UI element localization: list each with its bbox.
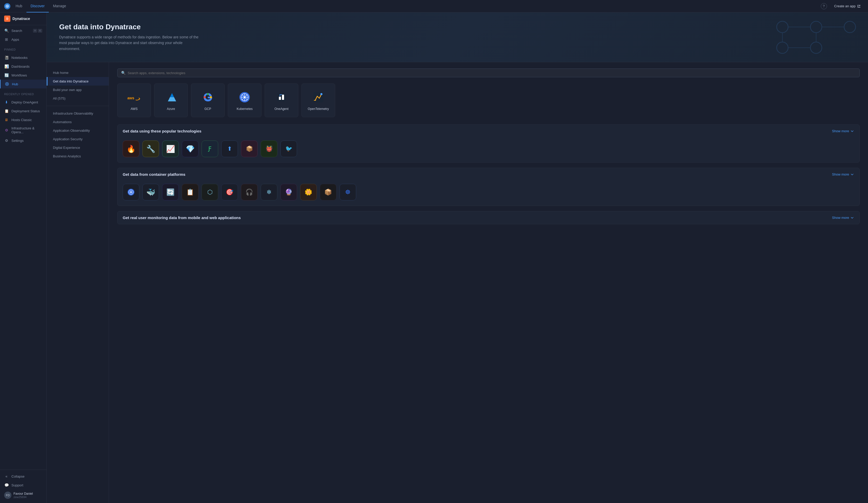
sidebar-item-deployment-status[interactable]: 📋 Deployment Status bbox=[0, 107, 46, 115]
sidebar-search[interactable]: 🔍 Search ⌘ K bbox=[0, 26, 46, 35]
chevron-down-icon-3 bbox=[850, 216, 854, 220]
container-platforms-header: Get data from container platforms Show m… bbox=[117, 168, 859, 181]
tech-icon-goblin[interactable]: 👹 bbox=[261, 140, 277, 157]
sidebar-item-deploy-oneagent[interactable]: ⬇ Deploy OneAgent bbox=[0, 98, 46, 107]
hero-title: Get data into Dynatrace bbox=[59, 23, 856, 31]
oneagent-label: OneAgent bbox=[275, 107, 288, 111]
popular-tech-header: Get data using these popular technologie… bbox=[117, 125, 859, 137]
pinned-section: 📓 Notebooks 📊 Dashboards 🔄 Workflows Hub bbox=[0, 52, 46, 90]
tech-tile-kubernetes[interactable]: Kubernetes bbox=[228, 83, 261, 117]
container-icon-k8s2[interactable]: ☸ bbox=[340, 184, 356, 200]
sidebar-item-workflows[interactable]: 🔄 Workflows bbox=[0, 71, 46, 80]
chevron-down-icon-2 bbox=[850, 172, 854, 177]
notebooks-icon: 📓 bbox=[4, 55, 9, 60]
hub-icon bbox=[5, 82, 9, 86]
svg-rect-22 bbox=[277, 93, 286, 101]
tech-tile-oneagent[interactable]: OneAgent bbox=[265, 83, 298, 117]
rum-title: Get real user monitoring data from mobil… bbox=[123, 216, 241, 220]
svg-point-8 bbox=[810, 42, 822, 53]
sidebar-item-notebooks[interactable]: 📓 Notebooks bbox=[0, 53, 46, 62]
tech-tiles-row: aws AWS bbox=[117, 83, 860, 117]
container-icon-target[interactable]: 🎯 bbox=[221, 184, 238, 200]
svg-point-13 bbox=[210, 96, 212, 98]
user-id: zew25694 bbox=[13, 495, 33, 499]
left-nav-biz-analytics[interactable]: Business Analytics bbox=[47, 152, 109, 160]
tech-tile-gcp[interactable]: GCP bbox=[191, 83, 225, 117]
search-shortcut-k: K bbox=[38, 29, 42, 33]
tech-tile-opentelemetry[interactable]: OpenTelemetry bbox=[301, 83, 335, 117]
kubernetes-icon bbox=[237, 90, 252, 104]
tab-manage[interactable]: Manage bbox=[49, 0, 70, 12]
container-icon-headphone[interactable]: 🎧 bbox=[241, 184, 258, 200]
left-nav-app-security[interactable]: Application Security bbox=[47, 135, 109, 143]
left-nav-build-own[interactable]: Build your own app bbox=[47, 86, 109, 94]
support-icon: 💬 bbox=[4, 483, 9, 488]
deploy-oneagent-icon: ⬇ bbox=[4, 100, 9, 104]
svg-rect-24 bbox=[282, 95, 284, 100]
popular-tech-show-more[interactable]: Show more bbox=[832, 129, 854, 133]
hero-banner: Get data into Dynatrace Dynatrace suppor… bbox=[47, 12, 868, 62]
rum-section: Get real user monitoring data from mobil… bbox=[117, 211, 860, 224]
aws-icon: aws bbox=[127, 90, 141, 104]
svg-point-21 bbox=[244, 96, 245, 98]
tech-icon-chart[interactable]: 📈 bbox=[162, 140, 179, 157]
sidebar-apps[interactable]: ⊞ Apps bbox=[0, 35, 46, 44]
tech-icon-wave[interactable]: Ƒ bbox=[202, 140, 218, 157]
left-nav-get-data[interactable]: Get data into Dynatrace bbox=[47, 77, 109, 86]
svg-point-7 bbox=[777, 42, 788, 53]
main-layout: D Dynatrace 🔍 Search ⌘ K ⊞ Apps Pinned 📓… bbox=[0, 12, 868, 503]
container-icon-openshift[interactable]: 🔄 bbox=[162, 184, 179, 200]
user-profile[interactable]: FD Favour Daniel zew25694 bbox=[0, 490, 46, 501]
sidebar-item-settings[interactable]: ⚙ Settings bbox=[0, 136, 46, 145]
container-icon-docker[interactable]: 🐳 bbox=[142, 184, 159, 200]
container-icon-box[interactable]: 📋 bbox=[182, 184, 198, 200]
container-icon-k8s[interactable] bbox=[123, 184, 139, 200]
tech-icon-tool[interactable]: 🔧 bbox=[142, 140, 159, 157]
container-icon-cube[interactable]: 📦 bbox=[320, 184, 337, 200]
sidebar-item-hub[interactable]: Hub bbox=[0, 80, 46, 88]
left-nav-digital-exp[interactable]: Digital Experience bbox=[47, 143, 109, 152]
sidebar-item-hosts-classic[interactable]: 🖥 Hosts Classic bbox=[0, 115, 46, 124]
rum-show-more[interactable]: Show more bbox=[832, 216, 854, 220]
tech-tile-aws[interactable]: aws AWS bbox=[117, 83, 151, 117]
sidebar-item-dashboards[interactable]: 📊 Dashboards bbox=[0, 62, 46, 71]
dynatrace-logo-icon: D bbox=[4, 15, 10, 22]
collapse-button[interactable]: « Collapse bbox=[0, 472, 46, 481]
pinned-section-label: Pinned bbox=[0, 45, 46, 52]
top-nav: Hub Discover Manage ? Create an app bbox=[0, 0, 868, 12]
popular-tech-title: Get data using these popular technologie… bbox=[123, 129, 201, 133]
external-link-icon bbox=[857, 4, 861, 8]
left-nav-automations[interactable]: Automations bbox=[47, 118, 109, 126]
sidebar-search-section: 🔍 Search ⌘ K ⊞ Apps bbox=[0, 25, 46, 45]
help-icon[interactable]: ? bbox=[821, 3, 827, 9]
content-inner: Hub home Get data into Dynatrace Build y… bbox=[47, 62, 868, 503]
top-nav-left: Hub Discover Manage bbox=[4, 0, 70, 12]
search-input[interactable] bbox=[128, 71, 856, 75]
container-platforms-title: Get data from container platforms bbox=[123, 172, 185, 177]
svg-point-33 bbox=[131, 192, 132, 193]
left-nav-hub-home[interactable]: Hub home bbox=[47, 69, 109, 77]
sidebar-item-infra-ops[interactable]: ⚙ Infrastructure & Opera... bbox=[0, 124, 46, 136]
svg-text:aws: aws bbox=[127, 96, 134, 100]
chevron-down-icon bbox=[850, 129, 854, 133]
tech-tile-azure[interactable]: Azure bbox=[154, 83, 188, 117]
left-nav-infra-obs[interactable]: Infrastructure Observability bbox=[47, 109, 109, 118]
container-platforms-show-more[interactable]: Show more bbox=[832, 172, 854, 177]
tech-icon-bird[interactable]: 🐦 bbox=[280, 140, 297, 157]
create-app-button[interactable]: Create an app bbox=[831, 3, 864, 10]
tab-discover[interactable]: Discover bbox=[27, 0, 49, 12]
container-icon-snowflake[interactable]: ❄ bbox=[261, 184, 277, 200]
left-nav-all[interactable]: All (575) bbox=[47, 94, 109, 103]
tech-icon-fire[interactable]: 🔥 bbox=[123, 140, 139, 157]
tech-icon-gem[interactable]: 💎 bbox=[182, 140, 198, 157]
user-avatar: FD bbox=[4, 492, 11, 499]
support-button[interactable]: 💬 Support bbox=[0, 481, 46, 490]
tech-icon-pkg[interactable]: 📦 bbox=[241, 140, 258, 157]
left-nav-app-obs[interactable]: Application Observability bbox=[47, 126, 109, 135]
container-icon-hex[interactable]: ⬡ bbox=[202, 184, 218, 200]
tech-icon-up[interactable]: ⬆ bbox=[221, 140, 238, 157]
oneagent-icon bbox=[274, 90, 289, 104]
container-icon-crystal[interactable]: 🔮 bbox=[280, 184, 297, 200]
tab-hub[interactable]: Hub bbox=[11, 0, 27, 12]
container-icon-flower[interactable]: 🌼 bbox=[300, 184, 317, 200]
